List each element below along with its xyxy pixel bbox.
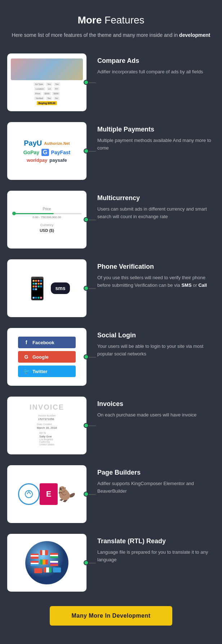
invoice-number-section: Invoice Number 1527371056 xyxy=(38,414,56,421)
feature-image-translate xyxy=(7,534,86,592)
svg-rect-15 xyxy=(31,561,39,563)
svg-rect-24 xyxy=(50,563,58,564)
feature-dot-phone xyxy=(84,286,89,291)
feature-title-invoices: Invoices xyxy=(97,400,215,408)
google-icon: G xyxy=(23,354,30,360)
worldpay-logo: worldpay xyxy=(27,157,47,163)
feature-phone-verification: 📱 sms Phone Verification Of you use this… xyxy=(7,259,215,317)
cta-button[interactable]: Many More In Development xyxy=(50,606,172,626)
currency-slider-thumb xyxy=(12,212,16,215)
cta-section: Many More In Development xyxy=(7,606,215,626)
authorize-logo: Authorize.Net xyxy=(44,141,70,146)
feature-line-compare-ads xyxy=(89,82,96,83)
compare-ads-row5: Buying $35.00 xyxy=(37,101,57,105)
payments-row2: GoPay G PayFast xyxy=(23,149,71,156)
feature-line-currency xyxy=(89,220,96,220)
feature-desc-currency: Users can submit ads in different curren… xyxy=(97,206,215,221)
payfast-logo: PayFast xyxy=(51,150,71,155)
compare-ads-row4: Verified Yes No xyxy=(34,96,59,100)
gpay-logo: G xyxy=(41,149,49,156)
feature-image-social: f Facebook G Google 🐦 Twitter xyxy=(7,328,86,386)
svg-rect-25 xyxy=(50,564,58,566)
facebook-label: Facebook xyxy=(32,340,54,345)
sms-bold: SMS xyxy=(181,282,191,288)
section-title: More Features xyxy=(7,14,215,26)
svg-rect-19 xyxy=(40,559,43,565)
translate-image xyxy=(7,534,86,592)
feature-line-invoices xyxy=(89,425,96,426)
invoice-date-val: March 18, 2018 xyxy=(37,426,57,429)
elementor-logo: E xyxy=(40,483,58,505)
title-bold: More xyxy=(77,14,102,26)
svg-rect-31 xyxy=(53,567,61,572)
feature-dot-payments xyxy=(84,148,89,154)
currency-slider-fill xyxy=(12,213,54,214)
twitter-icon: 🐦 xyxy=(23,368,30,374)
feature-text-invoices: Invoices On each purchase made users wil… xyxy=(94,397,215,419)
feature-desc-phone: Of you use this sellers will need to ver… xyxy=(97,274,215,289)
facebook-btn: f Facebook xyxy=(18,337,76,348)
currency-select-label: Currency xyxy=(40,223,54,227)
feature-text-builders: Page Builders Adifier supports KingCompo… xyxy=(94,465,215,495)
feature-line-builders xyxy=(89,494,96,495)
sms-bubble: sms xyxy=(51,282,70,294)
invoice-date-section: Date Created March 18, 2018 xyxy=(37,423,57,429)
feature-page-builders: E 🦫 Page Builders Adifier supports KingC… xyxy=(7,465,215,523)
currency-price-label: Price xyxy=(43,207,51,211)
feature-dot-compare-ads xyxy=(84,80,89,85)
kingcomposer-logo xyxy=(18,483,40,505)
feature-line-payments xyxy=(89,151,96,152)
feature-title-translate: Translate (RTL) Ready xyxy=(97,537,215,545)
section-header: More Features xyxy=(7,14,215,26)
feature-title-builders: Page Builders xyxy=(97,469,215,476)
svg-rect-20 xyxy=(43,559,45,565)
subtitle-bold: development xyxy=(179,32,210,38)
feature-text-compare-ads: Compare Ads Adifier incorporates full co… xyxy=(94,53,215,76)
invoice-person: Sally Goe xyxy=(39,435,54,438)
feature-title-social: Social Login xyxy=(97,332,215,339)
phone-viber-icon: 📱 xyxy=(24,276,51,301)
paysafe-logo: paysafe xyxy=(49,157,67,163)
currency-slider-track xyxy=(12,213,81,214)
feature-title-compare-ads: Compare Ads xyxy=(97,57,215,65)
feature-text-payments: Multiple Payments Multiple payment metho… xyxy=(94,122,215,152)
svg-rect-12 xyxy=(50,555,58,556)
feature-desc-translate: Language file is prepared for you to tra… xyxy=(97,549,215,564)
feature-title-phone: Phone Verification xyxy=(97,263,215,271)
feature-line-translate xyxy=(89,563,96,563)
feature-social-login: f Facebook G Google 🐦 Twitter Social Log… xyxy=(7,328,215,386)
currency-image: Price 0.00 - 750,000,000.00 Currency USD… xyxy=(7,191,86,248)
invoice-title-text: INVOICE xyxy=(30,403,64,411)
subtitle-text: Here some list of more features of the t… xyxy=(12,32,179,38)
compare-ads-top-image xyxy=(11,59,83,80)
feature-dot-currency xyxy=(84,217,89,222)
call-bold: Call xyxy=(198,282,207,288)
phone-image: 📱 sms xyxy=(7,259,86,317)
facebook-icon: f xyxy=(23,340,30,345)
feature-desc-payments: Multiple payment methods available And m… xyxy=(97,137,215,152)
feature-image-phone: 📱 sms xyxy=(7,259,86,317)
compare-ads-row1: Ad Type Yes Yes xyxy=(34,82,60,86)
feature-desc-invoices: On each purchase made users will have in… xyxy=(97,411,215,419)
feature-line-social xyxy=(89,357,96,358)
svg-rect-29 xyxy=(46,567,49,572)
feature-dot-social xyxy=(84,354,89,359)
invoice-address: Los Angeles California United States xyxy=(39,438,54,446)
svg-rect-9 xyxy=(45,550,48,555)
feature-compare-ads: Ad Type Yes Yes Location LA NY Price $20… xyxy=(7,53,215,111)
svg-rect-21 xyxy=(45,559,48,565)
feature-dot-invoices xyxy=(84,423,89,428)
feature-line-phone xyxy=(89,288,96,289)
social-image: f Facebook G Google 🐦 Twitter xyxy=(7,328,86,386)
feature-title-currency: Multicurrency xyxy=(97,194,215,202)
builders-image: E 🦫 xyxy=(7,465,86,523)
currency-range: 0.00 - 750,000,000.00 xyxy=(33,216,61,219)
payments-row3: worldpay paysafe xyxy=(27,157,67,163)
compare-ads-row3: Price $200 $300 xyxy=(34,92,60,95)
feature-text-social: Social Login Your users will be able to … xyxy=(94,328,215,358)
feature-text-currency: Multicurrency Users can submit ads in di… xyxy=(94,191,215,221)
gopay-logo: GoPay xyxy=(23,150,39,155)
feature-text-phone: Phone Verification Of you use this selle… xyxy=(94,259,215,289)
title-normal: Features xyxy=(102,14,144,26)
svg-rect-13 xyxy=(50,556,58,558)
